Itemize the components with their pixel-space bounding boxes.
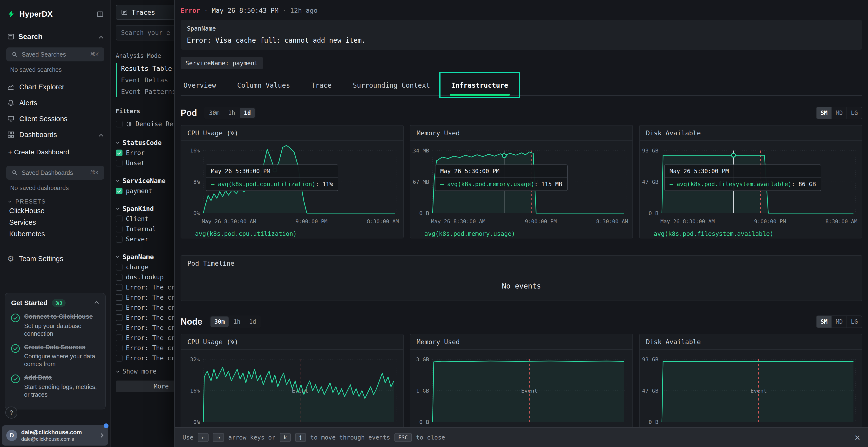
node-range-1d[interactable]: 1d [245,316,260,327]
presets-toggle[interactable]: PRESETS [0,192,111,205]
arrow-left-key[interactable]: ← [198,433,209,442]
collapse-sidebar-icon[interactable] [96,10,104,18]
filter-option-label: charge [126,264,149,271]
mode-event-patterns[interactable]: Event Patterns [117,86,174,97]
search-section-header[interactable]: Search [0,33,111,41]
filter-option[interactable]: Error: The cr [116,313,174,323]
service-name-tag[interactable]: ServiceName: payment [181,57,263,69]
search-icon [11,51,18,58]
create-dashboard-button[interactable]: + Create Dashboard [0,145,111,159]
pod-size-md[interactable]: MD [831,107,846,119]
sidebar-item-client-sessions[interactable]: Client Sessions [0,111,111,127]
get-started-item-title: Connect to ClickHouse [24,313,96,320]
sidebar-item-team-settings[interactable]: ⚙ Team Settings [0,251,111,267]
mode-results-table[interactable]: Results Table [117,63,174,74]
sidebar-item-dashboards[interactable]: Dashboards [0,127,111,143]
filter-option[interactable]: Error: The cr [116,303,174,313]
saved-dashboards-input[interactable]: Saved Dashboards ⌘K [6,166,104,180]
filter-option[interactable]: Internal [116,224,174,234]
show-more-button[interactable]: Show more [116,366,174,377]
source-select[interactable]: Traces [116,5,174,20]
get-started-item[interactable]: Connect to ClickHouse Set up your databa… [11,313,99,337]
tab-infrastructure[interactable]: Infrastructure [451,77,509,95]
svg-text:0%: 0% [193,210,200,216]
filter-option[interactable]: Server [116,234,174,244]
tab-trace[interactable]: Trace [310,77,333,95]
event-header: Error · May 26 8:50:43 PM · 12h ago [181,7,862,14]
pod-memory-chart-card: Memory Used 134 MB67 MB0 BEvent May 26 5… [410,125,633,238]
check-circle-icon [11,344,20,353]
filter-option[interactable]: Error: The cr [116,343,174,353]
node-size-md[interactable]: MD [831,316,846,328]
event-detail-scroll[interactable]: Error · May 26 8:50:43 PM · 12h ago Span… [175,0,868,447]
pod-range-1d[interactable]: 1d [240,108,255,118]
get-started-item-desc: Configure where your data comes from [24,352,99,368]
event-timestamp: May 26 8:50:43 PM [212,7,278,14]
filter-option[interactable]: dns.lookup [116,272,174,282]
avatar: D [6,430,18,441]
sidebar: HyperDX Search Saved Searches ⌘K No save… [0,0,111,447]
denoise-results-toggle[interactable]: Denoise Re [116,118,174,130]
get-started-item[interactable]: Create Data Sources Configure where your… [11,343,99,368]
filter-option[interactable]: charge [116,262,174,272]
filter-option[interactable]: payment [116,186,174,196]
chart-legend: — avg(k8s.pod.memory.usage) [410,225,632,238]
pod-cpu-plot[interactable]: 16%8%0%Event May 26 5:30:00 PM — avg(k8s… [183,144,400,216]
node-cpu-plot[interactable]: 32%16%0%Event [183,353,400,425]
preset-clickhouse[interactable]: ClickHouse [0,205,111,216]
filter-group-spanname[interactable]: SpanName [116,251,174,262]
get-started-item[interactable]: Add Data Start sending logs, metrics, or… [11,374,99,398]
filter-option[interactable]: Error: The cr [116,293,174,303]
pod-range-30m[interactable]: 30m [205,108,223,118]
filter-option[interactable]: Error: The cr [116,353,174,363]
esc-key[interactable]: ESC [395,433,412,442]
filter-option[interactable]: Error: The cr [116,323,174,333]
event-search-input[interactable]: Search your e [116,25,174,40]
search-section-title: Search [18,33,42,41]
help-button[interactable]: ? [5,407,18,419]
filter-group-statuscode[interactable]: StatusCode [116,137,174,148]
close-icon[interactable]: × [855,433,860,442]
svg-text:0%: 0% [193,419,200,425]
pod-size-sm[interactable]: SM [817,107,831,119]
filter-option[interactable]: Unset [116,158,174,168]
filters-label: Filters [116,108,174,115]
presets-label: PRESETS [16,198,46,205]
sidebar-item-chart-explorer[interactable]: Chart Explorer [0,79,111,95]
pod-memory-plot[interactable]: 134 MB67 MB0 BEvent May 26 5:30:00 PM — … [412,144,629,216]
node-range-30m[interactable]: 30m [211,316,228,327]
bell-icon [7,99,14,106]
sidebar-item-alerts[interactable]: Alerts [0,95,111,111]
filter-option[interactable]: Error [116,148,174,158]
arrow-right-key[interactable]: → [213,433,224,442]
more-filters-button[interactable]: More fil [116,381,174,392]
filter-group-spankind[interactable]: SpanKind [116,203,174,214]
node-size-sm[interactable]: SM [817,316,831,328]
k-key[interactable]: k [280,433,290,442]
get-started-header[interactable]: Get Started 3/3 [11,299,99,307]
preset-kubernetes[interactable]: Kubernetes [0,228,111,240]
user-menu[interactable]: D dale@clickhouse.com dale@clickhouse.co… [2,425,108,446]
filter-option[interactable]: Client [116,214,174,224]
node-range-1h[interactable]: 1h [229,316,244,327]
tab-surrounding-context[interactable]: Surrounding Context [352,77,431,95]
node-memory-plot[interactable]: 3 GB1 GB0 BEvent [412,353,629,425]
filter-option[interactable]: Error: The cr [116,333,174,343]
node-size-lg[interactable]: LG [846,316,862,328]
saved-searches-input[interactable]: Saved Searches ⌘K [6,47,104,61]
tab-overview[interactable]: Overview [183,77,217,95]
tooltip-time: May 26 5:30:00 PM [206,165,338,178]
mode-event-deltas[interactable]: Event Deltas [117,74,174,86]
tab-column-values[interactable]: Column Values [236,77,291,95]
separator-dot: · [282,7,286,14]
pod-size-lg[interactable]: LG [846,107,862,119]
pod-range-1h[interactable]: 1h [224,108,239,118]
app-root: HyperDX Search Saved Searches ⌘K No save… [0,0,868,447]
svg-text:93 GB: 93 GB [642,148,658,154]
filter-group-servicename[interactable]: ServiceName [116,175,174,186]
node-disk-plot[interactable]: 93 GB47 GB0 BEvent [641,353,859,425]
j-key[interactable]: j [295,433,306,442]
preset-services[interactable]: Services [0,216,111,228]
pod-disk-plot[interactable]: 93 GB47 GB0 BEvent May 26 5:30:00 PM — a… [641,144,859,216]
filter-option[interactable]: Error: The cr [116,282,174,293]
